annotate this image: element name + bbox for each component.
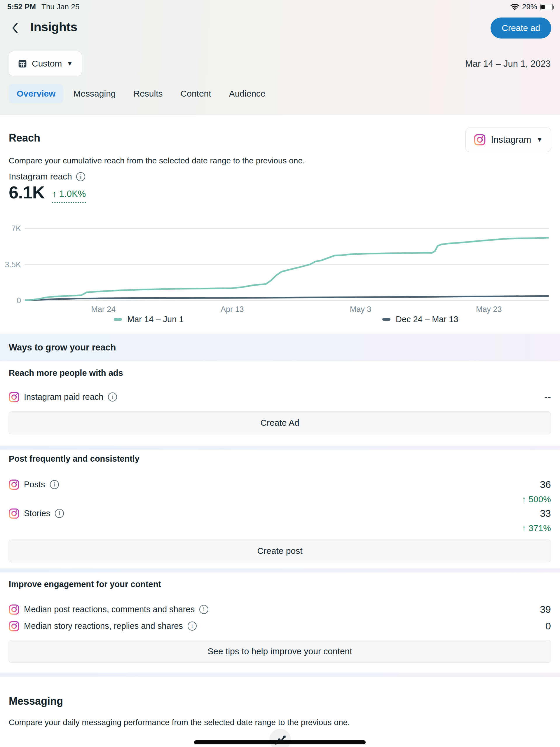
median-story-label: Median story reactions, replies and shar…: [24, 621, 183, 631]
reach-description: Compare your cumulative reach from the s…: [9, 156, 305, 165]
info-icon[interactable]: i: [108, 392, 117, 402]
chart-legend: Mar 14 – Jun 1 Dec 24 – Mar 13: [0, 314, 560, 325]
median-story-row: Median story reactions, replies and shar…: [9, 620, 551, 632]
posts-value: 36: [540, 479, 551, 490]
info-icon[interactable]: i: [55, 509, 64, 518]
reach-metric-value-row: 6.1K ↑ 1.0K%: [9, 184, 86, 201]
posts-row: Posts i 36: [9, 479, 551, 490]
create-ad-section-button[interactable]: Create Ad: [9, 411, 551, 434]
instagram-icon: [9, 392, 19, 403]
median-post-row: Median post reactions, comments and shar…: [9, 604, 551, 615]
status-date: Thu Jan 25: [42, 2, 79, 11]
y-tick: 7K: [0, 224, 21, 233]
chevron-down-icon: ▼: [536, 136, 543, 143]
see-tips-button[interactable]: See tips to help improve your content: [9, 640, 551, 663]
create-ad-button[interactable]: Create ad: [490, 18, 551, 38]
y-tick: 3.5K: [0, 260, 21, 269]
posting-section-title: Post frequently and consistently: [9, 454, 551, 464]
tab-content[interactable]: Content: [173, 84, 219, 103]
stories-label: Stories: [24, 509, 50, 518]
platform-selector-dropdown[interactable]: Instagram ▼: [465, 128, 551, 152]
info-icon[interactable]: i: [188, 621, 197, 630]
paid-reach-label: Instagram paid reach: [24, 392, 103, 402]
instagram-icon: [9, 480, 19, 490]
engagement-section-title: Improve engagement for your content: [9, 579, 551, 589]
tab-overview[interactable]: Overview: [9, 84, 63, 103]
section-divider: [0, 568, 560, 572]
line-chart: [25, 227, 549, 302]
section-divider: [0, 445, 560, 450]
date-range-label: Mar 14 – Jun 1, 2023: [465, 59, 551, 69]
ways-to-grow-title: Ways to grow your reach: [9, 342, 116, 353]
instagram-icon: [9, 508, 19, 519]
section-divider: [0, 673, 560, 677]
x-tick: May 3: [350, 305, 372, 314]
stories-row: Stories i 33: [9, 508, 551, 519]
messaging-description: Compare your daily messaging performance…: [9, 718, 350, 727]
date-filter-label: Custom: [32, 59, 62, 69]
ads-section: Reach more people with ads Instagram pai…: [9, 368, 551, 434]
instagram-icon: [9, 604, 19, 615]
legend-item-previous: Dec 24 – Mar 13: [382, 314, 458, 324]
chevron-left-icon: [11, 22, 20, 34]
home-indicator[interactable]: [194, 740, 366, 744]
posts-change: ↑ 500%: [9, 494, 551, 504]
engagement-section: Improve engagement for your content Medi…: [9, 579, 551, 663]
legend-label-previous: Dec 24 – Mar 13: [396, 314, 458, 324]
legend-label-current: Mar 14 – Jun 1: [127, 314, 183, 324]
messaging-section-title: Messaging: [9, 695, 63, 707]
ways-to-grow-banner: Ways to grow your reach: [0, 334, 560, 361]
wifi-icon: [510, 3, 519, 10]
legend-item-current: Mar 14 – Jun 1: [114, 314, 183, 324]
posts-label: Posts: [24, 480, 45, 489]
status-time: 5:52 PM: [7, 2, 36, 11]
paid-reach-value: --: [544, 391, 551, 403]
back-button[interactable]: [9, 22, 22, 35]
instagram-icon: [9, 621, 19, 632]
x-tick: Mar 24: [91, 305, 116, 314]
y-tick: 0: [0, 296, 21, 305]
reach-metric-label-row: Instagram reach i: [9, 172, 85, 181]
x-tick: May 23: [476, 305, 502, 314]
legend-swatch-current: [114, 318, 122, 321]
stories-change: ↑ 371%: [9, 523, 551, 533]
tab-audience[interactable]: Audience: [221, 84, 274, 103]
reach-metric-change: ↑ 1.0K%: [52, 189, 86, 203]
posting-section: Post frequently and consistently Posts i…: [9, 454, 551, 562]
create-post-button[interactable]: Create post: [9, 540, 551, 562]
reach-section-title: Reach: [9, 132, 40, 144]
ads-section-title: Reach more people with ads: [9, 368, 551, 378]
median-story-value: 0: [545, 620, 551, 632]
calendar-icon: [18, 59, 27, 68]
tab-bar: Overview Messaging Results Content Audie…: [9, 84, 276, 103]
instagram-icon: [474, 134, 486, 146]
instagram-paid-reach-row: Instagram paid reach i --: [9, 391, 551, 403]
status-bar: 5:52 PM Thu Jan 25 29%: [0, 2, 560, 12]
median-post-value: 39: [540, 604, 551, 615]
x-tick: Apr 13: [221, 305, 244, 314]
tab-results[interactable]: Results: [126, 84, 171, 103]
date-filter-dropdown[interactable]: Custom ▼: [9, 51, 82, 76]
stories-value: 33: [540, 508, 551, 519]
reach-metric-value: 6.1K: [9, 184, 45, 201]
info-icon[interactable]: i: [199, 605, 208, 614]
page-title: Insights: [30, 20, 77, 34]
battery-percent: 29%: [522, 2, 537, 11]
tab-messaging[interactable]: Messaging: [66, 84, 123, 103]
reach-metric-label: Instagram reach: [9, 172, 72, 181]
header: 5:52 PM Thu Jan 25 29% Insights Create a…: [0, 0, 560, 115]
legend-swatch-previous: [382, 318, 390, 321]
median-post-label: Median post reactions, comments and shar…: [24, 604, 195, 614]
battery-icon: [540, 4, 553, 10]
info-icon[interactable]: i: [50, 480, 59, 489]
info-icon[interactable]: i: [76, 172, 85, 181]
platform-selector-label: Instagram: [491, 134, 531, 145]
chevron-down-icon: ▼: [67, 60, 73, 67]
